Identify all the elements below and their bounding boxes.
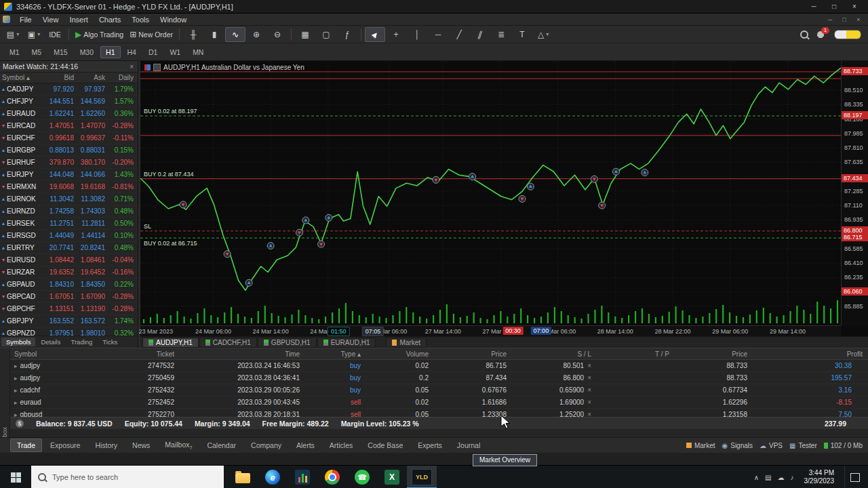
menu-charts[interactable]: Charts [94,15,126,24]
crosshair-button[interactable]: + [386,27,406,42]
market-watch-column-daily[interactable]: Daily [107,74,136,81]
maximize-button[interactable]: □ [825,3,844,10]
column-header-volume[interactable]: Volume [366,348,434,359]
timeframe-m30[interactable]: M30 [75,46,99,58]
market-row-EURMXN[interactable]: ▼EURMXN19.606819.6168-0.81% [0,181,138,193]
market-row-GBPCAD[interactable]: ▼GBPCAD1.670511.67090-0.28% [0,291,138,303]
timeframe-m15[interactable]: M15 [48,46,73,58]
expand-icon[interactable]: ▸ [14,387,18,394]
taskbar-app-excel[interactable]: X [377,466,407,488]
market-row-EURHUF[interactable]: ▼EURHUF379.870380.170-0.20% [0,157,138,169]
market-row-EURCAD[interactable]: ▼EURCAD1.470511.47070-0.28% [0,120,138,132]
toolbox-tab-calendar[interactable]: Calendar [200,439,243,452]
chart-tab-euraud[interactable]: EURAUD,H1 [317,338,376,348]
line-chart-button[interactable]: ∿ [225,27,245,42]
tray-icon-0[interactable]: ▤ [765,474,771,481]
timeframe-h1[interactable]: H1 [100,46,120,58]
notifications-bell[interactable]: 1 [816,30,826,39]
column-header-tp[interactable]: T / P [597,348,675,359]
tray-icon-1[interactable]: ☁ [778,474,785,481]
column-header-sl[interactable]: S / L [512,348,597,359]
toolbox-tab-mailbox[interactable]: Mailbox7 [158,438,199,453]
bars-chart-button[interactable]: ╫ [183,27,203,42]
remove-sl-button[interactable]: × [587,374,591,382]
market-row-EURJPY[interactable]: ▲EURJPY144.048144.0661.43% [0,169,138,181]
horizontal-line-button[interactable]: ─ [428,27,448,42]
link-vps[interactable]: ☁VPS [760,442,783,449]
chart-close-button[interactable]: × [852,16,865,23]
market-watch-tab-symbols[interactable]: Symbols [1,338,35,346]
zoom-out-button[interactable]: ⊖ [267,27,288,42]
ide-button[interactable]: IDE [45,27,65,42]
text-button[interactable]: T [512,27,532,42]
column-header-type[interactable]: Type ▴ [305,348,366,359]
toolbox-tab-alerts[interactable]: Alerts [290,439,321,452]
expand-icon[interactable]: ▸ [14,399,18,406]
tile-windows-button[interactable]: ▢ [316,27,336,42]
menu-insert[interactable]: Insert [64,15,94,24]
toolbox-tab-history[interactable]: History [88,439,124,452]
taskbar-app-metatrader[interactable] [288,466,317,488]
timeframe-h4[interactable]: H4 [122,46,142,58]
toolbox-tab-articles[interactable]: Articles [323,439,359,452]
profiles-button[interactable]: ▣▾ [24,27,44,42]
toolbox-tab-code-base[interactable]: Code Base [361,439,410,452]
link-signals[interactable]: ◉Signals [722,442,753,449]
market-watch-column-bid[interactable]: Bid [45,74,76,81]
market-row-GBPAUD[interactable]: ▲GBPAUD1.843101.843500.22% [0,279,138,291]
chart-plot-area[interactable]: BUY 0.02 at 88.197BUY 0.2 at 87.434SLBUY… [140,61,841,325]
timeframe-d1[interactable]: D1 [143,46,163,58]
chart-tab-audjpy[interactable]: AUDJPY,H1 [142,338,199,348]
table-row-2752432[interactable]: ▸cadchf27524322023.03.29 00:05:26buy0.05… [10,384,868,396]
menu-window[interactable]: Window [155,15,192,24]
chart-minimize-button[interactable]: ─ [823,16,837,23]
connection-status-capsule[interactable] [834,30,861,39]
search-icon[interactable] [800,30,808,39]
column-header-ticket[interactable]: Ticket [112,348,180,359]
channel-button[interactable]: ∥ [470,27,490,42]
market-watch-close-button[interactable]: × [128,63,135,70]
market-row-EURGBP[interactable]: ▲EURGBP0.880130.880310.15% [0,144,138,157]
column-header-time[interactable]: Time [180,348,305,359]
menu-view[interactable]: View [37,15,64,24]
market-row-GBPCHF[interactable]: ▼GBPCHF1.131511.13190-0.28% [0,303,138,315]
column-header-symbol[interactable]: Symbol [10,348,112,359]
market-row-EURSEK[interactable]: ▲EURSEK11.275111.28110.50% [0,218,138,230]
table-row-2752452[interactable]: ▸euraud27524522023.03.29 00:43:45sell0.0… [10,396,868,409]
minimize-button[interactable]: ─ [804,3,823,10]
link-tester[interactable]: ▦Tester [789,442,817,449]
toolbox-tab-trade[interactable]: Trade [10,439,42,452]
chart-tab-market[interactable]: Market [386,338,427,348]
remove-sl-button[interactable]: × [587,386,591,394]
table-row-2747532[interactable]: ▸audjpy27475322023.03.24 16:46:53buy0.02… [10,360,868,372]
algo-trading-button[interactable]: ▶Algo Trading [73,27,126,42]
taskbar-clock[interactable]: 3:44 PM 3/29/2023 [800,469,839,485]
column-header-profit[interactable]: Profit [753,348,868,359]
market-row-EURZAR[interactable]: ▼EURZAR19.635219.6452-0.16% [0,266,138,279]
expand-icon[interactable]: ▸ [14,375,18,382]
market-row-EURCHF[interactable]: ▼EURCHF0.996180.99637-0.11% [0,132,138,144]
market-row-GBPNZD[interactable]: ▲GBPNZD1.979511.980100.32% [0,327,138,336]
start-button[interactable] [0,466,31,488]
close-button[interactable]: × [845,3,864,10]
taskbar-app-file-explorer[interactable] [228,466,258,488]
new-order-button[interactable]: ⊞New Order [127,27,176,42]
indicators-button[interactable]: ƒ [337,27,357,42]
toolbox-tab-company[interactable]: Company [244,439,288,452]
expand-icon[interactable]: ▸ [14,363,18,369]
toolbox-tab-journal[interactable]: Journal [450,439,487,452]
timeframe-mn[interactable]: MN [187,46,209,58]
chart-restore-button[interactable]: □ [837,16,851,23]
tray-expand-icon[interactable]: ∧ [754,474,759,481]
taskbar-app-yld-terminal[interactable]: YLD [407,466,437,488]
toolbox-tab-news[interactable]: News [125,439,157,452]
market-watch-tab-trading[interactable]: Trading [66,338,97,346]
market-watch-tab-ticks[interactable]: Ticks [98,338,122,346]
grid-button[interactable]: ▦ [295,27,315,42]
tray-icon-2[interactable]: ♪ [791,474,794,481]
zoom-in-button[interactable]: ⊕ [246,27,267,42]
market-row-GBPJPY[interactable]: ▲GBPJPY163.552163.5721.74% [0,315,138,327]
market-row-CHFJPY[interactable]: ▲CHFJPY144.551144.5691.57% [0,96,138,108]
column-header-price[interactable]: Price [434,348,512,359]
taskbar-search[interactable]: Type here to search [31,466,224,488]
